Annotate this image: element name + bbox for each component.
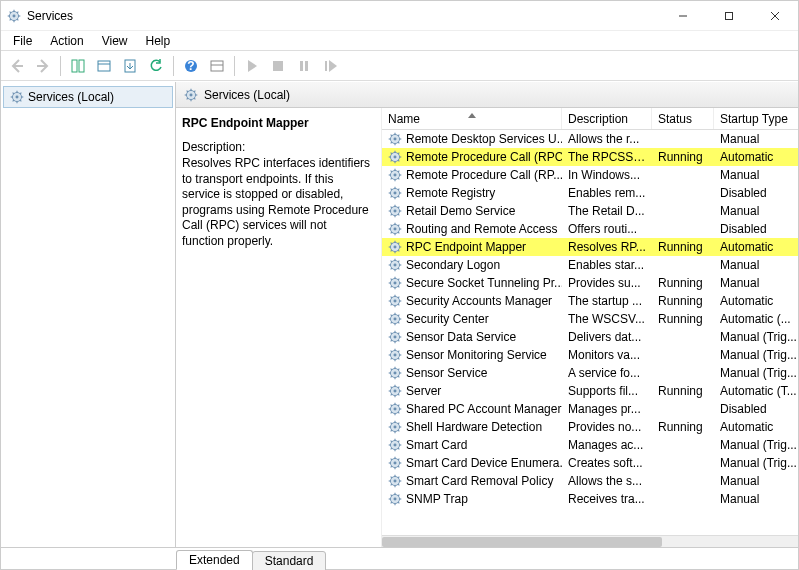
gear-icon [388, 402, 402, 416]
svg-rect-18 [98, 61, 110, 71]
start-service-button[interactable] [240, 54, 264, 78]
restart-service-button[interactable] [318, 54, 342, 78]
gear-icon [388, 168, 402, 182]
service-description: The startup ... [562, 294, 652, 308]
service-startup: Manual [714, 276, 798, 290]
table-row[interactable]: Secondary LogonEnables star...ManualLoca [382, 256, 798, 274]
export-list-button[interactable] [118, 54, 142, 78]
close-button[interactable] [752, 1, 798, 31]
gear-icon [388, 186, 402, 200]
help-button[interactable]: ? [179, 54, 203, 78]
table-row[interactable]: Remote Procedure Call (RP...In Windows..… [382, 166, 798, 184]
table-row[interactable]: SNMP TrapReceives tra...ManualLoca [382, 490, 798, 508]
table-row[interactable]: Shell Hardware DetectionProvides no...Ru… [382, 418, 798, 436]
sort-indicator-icon [468, 108, 476, 121]
table-row[interactable]: ServerSupports fil...RunningAutomatic (T… [382, 382, 798, 400]
toolbar: ? [1, 51, 798, 81]
service-description: Manages pr... [562, 402, 652, 416]
service-name: Security Center [406, 312, 489, 326]
menu-action[interactable]: Action [42, 32, 91, 50]
service-description: Provides no... [562, 420, 652, 434]
gear-icon [388, 240, 402, 254]
service-description: Resolves RP... [562, 240, 652, 254]
service-startup: Automatic [714, 240, 798, 254]
list-body[interactable]: Remote Desktop Services U...Allows the r… [382, 130, 798, 535]
service-name: Remote Procedure Call (RP... [406, 168, 562, 182]
table-row[interactable]: Sensor ServiceA service fo...Manual (Tri… [382, 364, 798, 382]
service-description: The WSCSV... [562, 312, 652, 326]
service-name: RPC Endpoint Mapper [406, 240, 526, 254]
service-startup: Manual (Trig... [714, 438, 798, 452]
table-row[interactable]: RPC Endpoint MapperResolves RP...Running… [382, 238, 798, 256]
minimize-button[interactable] [660, 1, 706, 31]
service-status: Running [652, 384, 714, 398]
table-row[interactable]: Remote RegistryEnables rem...DisabledLoc… [382, 184, 798, 202]
table-row[interactable]: Security Accounts ManagerThe startup ...… [382, 292, 798, 310]
column-header-startup[interactable]: Startup Type [714, 108, 798, 129]
service-description: Enables star... [562, 258, 652, 272]
maximize-button[interactable] [706, 1, 752, 31]
gear-icon [388, 312, 402, 326]
service-startup: Disabled [714, 186, 798, 200]
svg-rect-28 [325, 61, 327, 71]
column-header-status[interactable]: Status [652, 108, 714, 129]
menu-help[interactable]: Help [138, 32, 179, 50]
service-status: Running [652, 150, 714, 164]
service-startup: Manual [714, 492, 798, 506]
table-row[interactable]: Retail Demo ServiceThe Retail D...Manual… [382, 202, 798, 220]
table-row[interactable]: Smart Card Device Enumera...Creates soft… [382, 454, 798, 472]
table-row[interactable]: Smart CardManages ac...Manual (Trig...Lo… [382, 436, 798, 454]
horizontal-scrollbar[interactable] [382, 535, 798, 547]
gear-icon [388, 222, 402, 236]
tab-standard[interactable]: Standard [252, 551, 327, 570]
table-row[interactable]: Sensor Data ServiceDelivers dat...Manual… [382, 328, 798, 346]
tree-node-services-local[interactable]: Services (Local) [3, 86, 173, 108]
table-row[interactable]: Security CenterThe WSCSV...RunningAutoma… [382, 310, 798, 328]
scrollbar-thumb[interactable] [382, 537, 662, 547]
table-row[interactable]: Secure Socket Tunneling Pr...Provides su… [382, 274, 798, 292]
table-row[interactable]: Smart Card Removal PolicyAllows the s...… [382, 472, 798, 490]
toolbar-separator [173, 56, 174, 76]
column-header-description[interactable]: Description [562, 108, 652, 129]
console-tree[interactable]: Services (Local) [1, 82, 176, 547]
forward-button[interactable] [31, 54, 55, 78]
service-name: Sensor Data Service [406, 330, 516, 344]
service-name: Sensor Monitoring Service [406, 348, 547, 362]
service-status: Running [652, 312, 714, 326]
service-name: Shell Hardware Detection [406, 420, 542, 434]
service-description: Supports fil... [562, 384, 652, 398]
service-name: Shared PC Account Manager [406, 402, 561, 416]
column-header-name[interactable]: Name [382, 108, 562, 129]
service-description: In Windows... [562, 168, 652, 182]
service-description: Manages ac... [562, 438, 652, 452]
properties-button[interactable] [92, 54, 116, 78]
toolbar-extra-button[interactable] [205, 54, 229, 78]
menu-view[interactable]: View [94, 32, 136, 50]
gear-icon [388, 492, 402, 506]
table-row[interactable]: Sensor Monitoring ServiceMonitors va...M… [382, 346, 798, 364]
svg-rect-11 [726, 12, 733, 19]
gear-icon [388, 366, 402, 380]
view-tabs: Extended Standard [1, 547, 798, 569]
table-row[interactable]: Remote Procedure Call (RPC)The RPCSS s..… [382, 148, 798, 166]
pause-service-button[interactable] [292, 54, 316, 78]
result-pane-title: Services (Local) [204, 88, 290, 102]
table-row[interactable]: Shared PC Account ManagerManages pr...Di… [382, 400, 798, 418]
service-startup: Manual [714, 258, 798, 272]
svg-rect-23 [211, 61, 223, 71]
service-startup: Automatic [714, 294, 798, 308]
tab-extended[interactable]: Extended [176, 550, 253, 570]
show-hide-tree-button[interactable] [66, 54, 90, 78]
gear-icon [388, 456, 402, 470]
table-row[interactable]: Routing and Remote AccessOffers routi...… [382, 220, 798, 238]
service-startup: Manual [714, 204, 798, 218]
service-status: Running [652, 276, 714, 290]
svg-rect-17 [79, 60, 84, 72]
stop-service-button[interactable] [266, 54, 290, 78]
refresh-button[interactable] [144, 54, 168, 78]
table-row[interactable]: Remote Desktop Services U...Allows the r… [382, 130, 798, 148]
window-controls [660, 1, 798, 31]
menu-file[interactable]: File [5, 32, 40, 50]
back-button[interactable] [5, 54, 29, 78]
service-description: Offers routi... [562, 222, 652, 236]
